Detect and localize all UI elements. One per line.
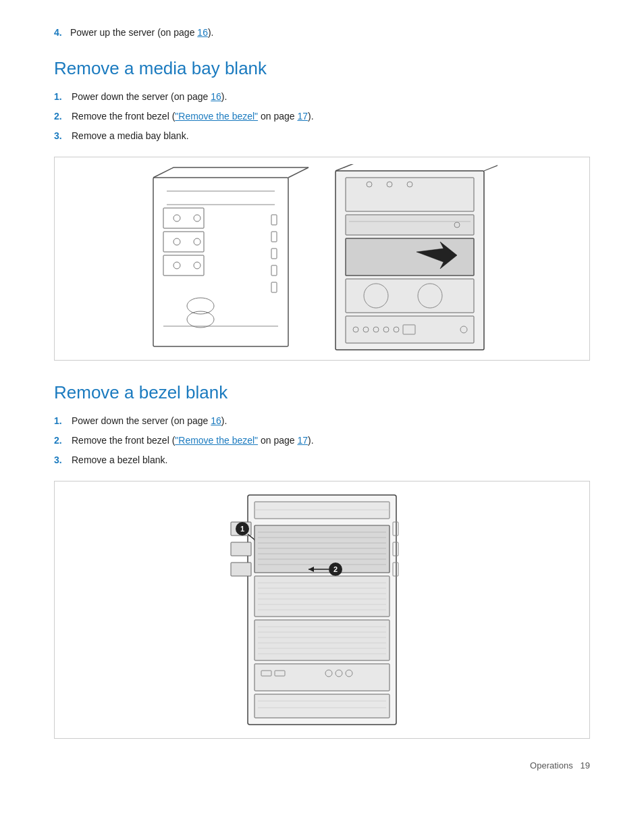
svg-rect-3 <box>163 208 204 228</box>
footer-text: Operations 19 <box>530 760 590 771</box>
svg-rect-68 <box>254 576 390 617</box>
svg-point-11 <box>194 262 200 269</box>
svg-rect-15 <box>271 265 277 276</box>
step-item: 3. Remove a bezel blank. <box>54 453 590 467</box>
intro-step: 4. Power up the server (on page 16). <box>54 27 590 38</box>
svg-point-10 <box>173 262 180 269</box>
svg-rect-5 <box>163 255 204 276</box>
svg-line-21 <box>288 167 308 178</box>
svg-point-8 <box>173 238 180 245</box>
svg-rect-13 <box>271 232 277 242</box>
step-text: Power down the server (on page 16). <box>72 414 227 428</box>
step-text: Remove a bezel blank. <box>72 453 167 467</box>
svg-point-7 <box>194 215 200 221</box>
figure2-svg: 1 2 <box>194 488 450 731</box>
footer: Operations 19 <box>54 760 590 771</box>
step2-link2[interactable]: 17 <box>297 111 308 122</box>
step-text: Power down the server (on page 16). <box>72 90 227 104</box>
svg-rect-24 <box>346 178 474 211</box>
svg-rect-88 <box>254 694 390 718</box>
step1-link[interactable]: 16 <box>211 91 221 102</box>
s2-step2-link2[interactable]: 17 <box>297 435 308 446</box>
svg-rect-51 <box>231 563 251 576</box>
step-item: 1. Power down the server (on page 16). <box>54 414 590 428</box>
s2-step1-link[interactable]: 16 <box>211 415 221 426</box>
step-item: 3. Remove a media bay blank. <box>54 129 590 143</box>
svg-point-9 <box>194 238 200 245</box>
svg-rect-4 <box>163 232 204 252</box>
step-num: 2. <box>54 434 66 448</box>
step-item: 2. Remove the front bezel ("Remove the b… <box>54 434 590 448</box>
section2-steps: 1. Power down the server (on page 16). 2… <box>54 414 590 467</box>
svg-text:2: 2 <box>333 565 338 573</box>
s2-step2-link[interactable]: "Remove the bezel" <box>175 435 258 446</box>
svg-line-44 <box>336 164 356 171</box>
svg-text:1: 1 <box>240 525 244 533</box>
step-item: 2. Remove the front bezel ("Remove the b… <box>54 109 590 124</box>
svg-rect-50 <box>231 542 251 556</box>
svg-line-45 <box>484 164 498 171</box>
step-num: 3. <box>54 453 66 467</box>
step-num: 3. <box>54 129 66 143</box>
figure1-media-bay <box>54 157 590 361</box>
step-text: Remove the front bezel ("Remove the beze… <box>72 434 314 448</box>
svg-line-20 <box>153 167 173 178</box>
intro-step-text: Power up the server (on page 16). <box>70 27 213 38</box>
figure2-bezel-blank: 1 2 <box>54 481 590 739</box>
section1-title: Remove a media bay blank <box>54 58 590 79</box>
step-num: 1. <box>54 414 66 428</box>
step-text: Remove a media bay blank. <box>72 129 189 143</box>
step-item: 1. Power down the server (on page 16). <box>54 90 590 104</box>
step-num: 1. <box>54 90 66 104</box>
svg-rect-12 <box>271 215 277 225</box>
svg-rect-47 <box>254 502 390 519</box>
intro-link[interactable]: 16 <box>197 27 208 38</box>
svg-point-6 <box>173 215 180 221</box>
step-num: 2. <box>54 109 66 124</box>
step2-link[interactable]: "Remove the bezel" <box>175 111 258 122</box>
section2-title: Remove a bezel blank <box>54 382 590 403</box>
svg-rect-33 <box>346 279 474 313</box>
svg-rect-14 <box>271 249 277 259</box>
svg-rect-82 <box>254 664 390 691</box>
svg-rect-36 <box>346 316 474 343</box>
section1-steps: 1. Power down the server (on page 16). 2… <box>54 90 590 143</box>
intro-step-num: 4. <box>54 27 66 38</box>
svg-rect-16 <box>271 282 277 292</box>
figure1-svg <box>146 164 498 353</box>
step-text: Remove the front bezel ("Remove the beze… <box>72 109 314 124</box>
svg-rect-0 <box>153 178 288 346</box>
svg-rect-75 <box>254 620 390 660</box>
